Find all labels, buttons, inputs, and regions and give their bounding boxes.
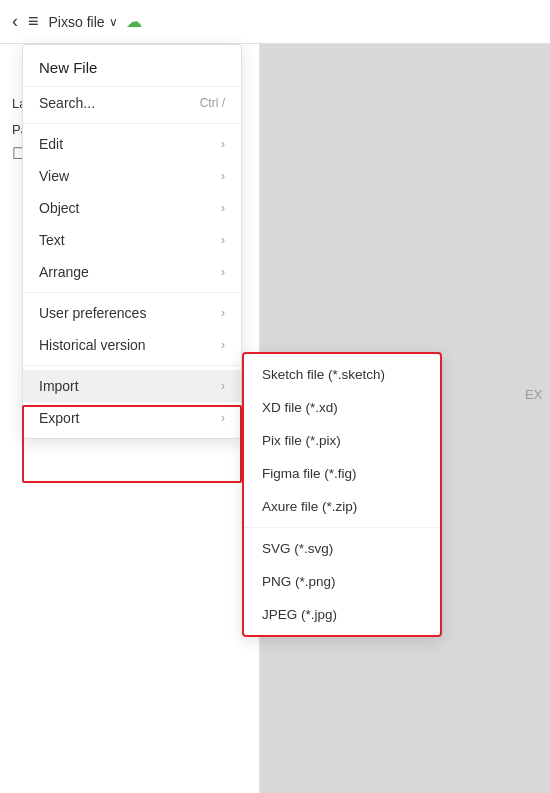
new-file-menu-item[interactable]: New File xyxy=(23,49,241,87)
import-sketch-item[interactable]: Sketch file (*.sketch) xyxy=(244,358,440,391)
arrange-menu-item[interactable]: Arrange › xyxy=(23,256,241,288)
file-title[interactable]: Pixso file xyxy=(49,14,105,30)
user-preferences-chevron-icon: › xyxy=(221,306,225,320)
object-chevron-icon: › xyxy=(221,201,225,215)
topbar: ‹ ≡ Pixso file ∨ ☁ xyxy=(0,0,550,44)
user-preferences-label: User preferences xyxy=(39,305,146,321)
import-chevron-icon: › xyxy=(221,379,225,393)
text-menu-item[interactable]: Text › xyxy=(23,224,241,256)
search-label: Search... xyxy=(39,95,95,111)
import-xd-item[interactable]: XD file (*.xd) xyxy=(244,391,440,424)
historical-version-label: Historical version xyxy=(39,337,146,353)
export-label: Export xyxy=(39,410,79,426)
import-png-item[interactable]: PNG (*.png) xyxy=(244,565,440,598)
import-jpeg-item[interactable]: JPEG (*.jpg) xyxy=(244,598,440,631)
search-shortcut: Ctrl / xyxy=(200,96,225,110)
submenu-divider xyxy=(244,527,440,528)
import-submenu: Sketch file (*.sketch) XD file (*.xd) Pi… xyxy=(242,352,442,637)
text-label: Text xyxy=(39,232,65,248)
menu-divider-3 xyxy=(23,365,241,366)
object-menu-item[interactable]: Object › xyxy=(23,192,241,224)
cloud-sync-icon: ☁ xyxy=(126,12,142,31)
arrange-chevron-icon: › xyxy=(221,265,225,279)
menu-divider-2 xyxy=(23,292,241,293)
export-menu-item[interactable]: Export › xyxy=(23,402,241,434)
text-chevron-icon: › xyxy=(221,233,225,247)
view-label: View xyxy=(39,168,69,184)
user-preferences-menu-item[interactable]: User preferences › xyxy=(23,297,241,329)
export-chevron-icon: › xyxy=(221,411,225,425)
object-label: Object xyxy=(39,200,79,216)
arrange-label: Arrange xyxy=(39,264,89,280)
import-svg-item[interactable]: SVG (*.svg) xyxy=(244,532,440,565)
main-dropdown-menu: New File Search... Ctrl / Edit › View › … xyxy=(22,44,242,439)
view-menu-item[interactable]: View › xyxy=(23,160,241,192)
historical-version-menu-item[interactable]: Historical version › xyxy=(23,329,241,361)
import-pix-item[interactable]: Pix file (*.pix) xyxy=(244,424,440,457)
canvas-search-hint: EX xyxy=(525,387,542,402)
view-chevron-icon: › xyxy=(221,169,225,183)
import-menu-item[interactable]: Import › xyxy=(23,370,241,402)
edit-label: Edit xyxy=(39,136,63,152)
menu-button[interactable]: ≡ xyxy=(28,11,39,32)
search-menu-item[interactable]: Search... Ctrl / xyxy=(23,87,241,119)
edit-chevron-icon: › xyxy=(221,137,225,151)
historical-version-chevron-icon: › xyxy=(221,338,225,352)
menu-divider-1 xyxy=(23,123,241,124)
edit-menu-item[interactable]: Edit › xyxy=(23,128,241,160)
import-label: Import xyxy=(39,378,79,394)
import-axure-item[interactable]: Axure file (*.zip) xyxy=(244,490,440,523)
import-figma-item[interactable]: Figma file (*.fig) xyxy=(244,457,440,490)
title-chevron-icon[interactable]: ∨ xyxy=(109,15,118,29)
back-button[interactable]: ‹ xyxy=(12,11,18,32)
